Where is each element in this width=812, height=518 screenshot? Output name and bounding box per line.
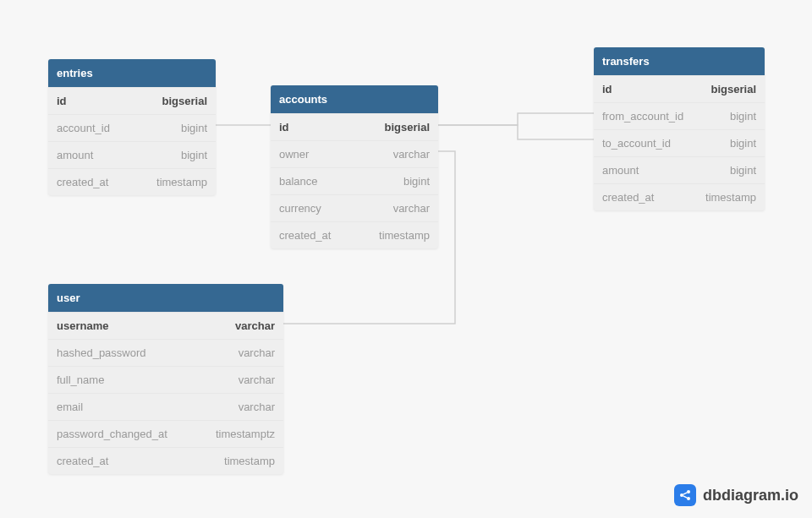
column-name: amount	[57, 149, 93, 161]
column-name: account_id	[57, 122, 110, 134]
column-name: currency	[279, 202, 321, 215]
branding-label: dbdiagram.io	[703, 487, 798, 504]
column-name: created_at	[57, 176, 108, 188]
column-row[interactable]: currencyvarchar	[271, 194, 438, 221]
table-header[interactable]: entries	[48, 59, 216, 87]
column-row[interactable]: created_attimestamp	[48, 447, 283, 474]
column-type: timestamp	[224, 455, 275, 467]
column-name: id	[602, 83, 612, 95]
column-name: owner	[279, 148, 309, 161]
column-row[interactable]: emailvarchar	[48, 393, 283, 420]
column-name: from_account_id	[602, 110, 683, 123]
column-row[interactable]: idbigserial	[594, 75, 765, 102]
column-type: timestamp	[156, 176, 207, 188]
column-type: bigint	[403, 175, 430, 188]
column-row[interactable]: balancebigint	[271, 167, 438, 194]
column-row[interactable]: created_attimestamp	[48, 168, 216, 195]
column-row[interactable]: ownervarchar	[271, 140, 438, 167]
table-accounts[interactable]: accountsidbigserialownervarcharbalancebi…	[271, 85, 438, 248]
column-type: varchar	[393, 148, 430, 161]
diagram-canvas[interactable]: entriesidbigserialaccount_idbigintamount…	[0, 0, 812, 518]
column-name: id	[57, 95, 67, 107]
column-type: varchar	[239, 401, 275, 413]
column-name: balance	[279, 175, 318, 188]
column-type: bigserial	[385, 121, 430, 134]
column-row[interactable]: to_account_idbigint	[594, 129, 765, 156]
column-row[interactable]: idbigserial	[48, 87, 216, 114]
column-name: hashed_password	[57, 346, 146, 359]
column-name: created_at	[279, 229, 331, 242]
table-entries[interactable]: entriesidbigserialaccount_idbigintamount…	[48, 59, 216, 195]
table-header[interactable]: user	[48, 284, 283, 312]
table-transfers[interactable]: transfersidbigserialfrom_account_idbigin…	[594, 47, 765, 210]
branding-watermark: dbdiagram.io	[674, 484, 798, 506]
column-type: bigint	[730, 110, 756, 123]
column-type: bigint	[730, 137, 756, 150]
svg-line-4	[683, 496, 688, 498]
column-type: varchar	[235, 319, 275, 332]
column-name: full_name	[57, 374, 104, 386]
column-name: amount	[602, 164, 639, 177]
column-type: timestamp	[705, 191, 756, 204]
column-type: bigint	[730, 164, 756, 177]
column-type: timestamptz	[216, 428, 275, 440]
column-row[interactable]: usernamevarchar	[48, 312, 283, 339]
column-type: bigserial	[162, 95, 207, 107]
column-row[interactable]: hashed_passwordvarchar	[48, 339, 283, 366]
share-icon	[674, 484, 696, 506]
table-header[interactable]: accounts	[271, 85, 438, 113]
column-row[interactable]: from_account_idbigint	[594, 102, 765, 129]
column-name: password_changed_at	[57, 428, 167, 440]
column-type: varchar	[239, 346, 275, 359]
column-name: created_at	[602, 191, 654, 204]
column-row[interactable]: created_attimestamp	[594, 183, 765, 210]
column-name: to_account_id	[602, 137, 671, 150]
column-row[interactable]: amountbigint	[594, 156, 765, 183]
table-header[interactable]: transfers	[594, 47, 765, 75]
svg-line-3	[683, 493, 688, 494]
column-name: username	[57, 319, 108, 332]
column-name: id	[279, 121, 289, 134]
column-row[interactable]: account_idbigint	[48, 114, 216, 141]
table-user[interactable]: userusernamevarcharhashed_passwordvarcha…	[48, 284, 283, 474]
column-row[interactable]: created_attimestamp	[271, 221, 438, 248]
column-type: bigint	[181, 149, 207, 161]
column-name: created_at	[57, 455, 108, 467]
column-row[interactable]: idbigserial	[271, 113, 438, 140]
column-type: bigserial	[711, 83, 756, 95]
column-type: timestamp	[379, 229, 430, 242]
column-name: email	[57, 401, 83, 413]
column-row[interactable]: password_changed_attimestamptz	[48, 420, 283, 447]
column-type: varchar	[239, 374, 275, 386]
column-type: varchar	[393, 202, 430, 215]
column-row[interactable]: amountbigint	[48, 141, 216, 168]
column-type: bigint	[181, 122, 207, 134]
column-row[interactable]: full_namevarchar	[48, 366, 283, 393]
